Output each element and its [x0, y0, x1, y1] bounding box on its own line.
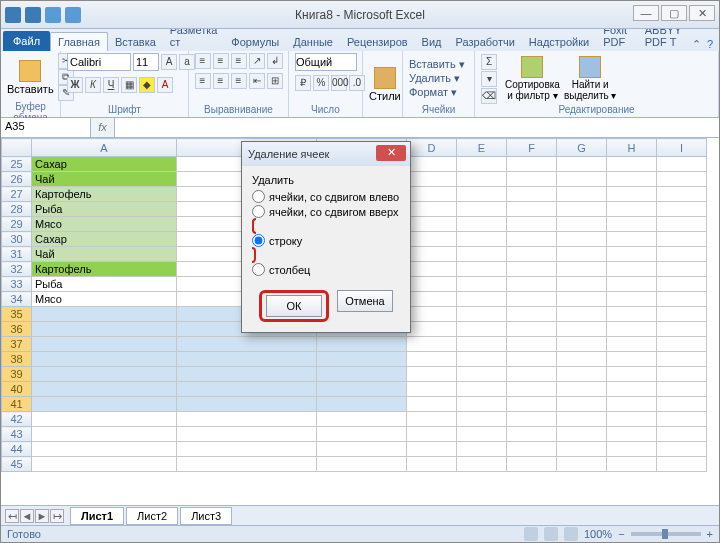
cell[interactable] [177, 352, 317, 367]
cell[interactable] [607, 307, 657, 322]
radio-row[interactable]: строку [252, 234, 400, 247]
cell[interactable] [457, 397, 507, 412]
cell[interactable] [557, 247, 607, 262]
clear-icon[interactable]: ⌫ [481, 88, 497, 104]
cell[interactable] [407, 337, 457, 352]
cell[interactable] [317, 382, 407, 397]
cell[interactable] [177, 367, 317, 382]
cell[interactable] [407, 307, 457, 322]
radio-row-input[interactable] [252, 234, 265, 247]
cell[interactable] [32, 397, 177, 412]
cell[interactable] [657, 172, 707, 187]
cell[interactable] [557, 382, 607, 397]
cell[interactable] [607, 232, 657, 247]
cell[interactable] [507, 157, 557, 172]
row-header-26[interactable]: 26 [2, 172, 32, 187]
row-header-35[interactable]: 35 [2, 307, 32, 322]
sheet-nav-next[interactable]: ► [35, 509, 49, 523]
cell[interactable] [607, 322, 657, 337]
cell[interactable] [557, 427, 607, 442]
view-normal-icon[interactable] [524, 527, 538, 541]
cell[interactable] [177, 457, 317, 472]
cell[interactable] [177, 412, 317, 427]
cell[interactable] [317, 397, 407, 412]
help-icon[interactable]: ? [707, 38, 713, 51]
cell[interactable] [607, 382, 657, 397]
cell[interactable] [32, 412, 177, 427]
tab-review[interactable]: Рецензиров [340, 33, 415, 51]
cell[interactable]: Сахар [32, 157, 177, 172]
fill-color-icon[interactable]: ◆ [139, 77, 155, 93]
cell[interactable] [607, 337, 657, 352]
dialog-titlebar[interactable]: Удаление ячеек ✕ [242, 142, 410, 166]
cell[interactable] [557, 157, 607, 172]
paste-button[interactable]: Вставить [7, 60, 54, 95]
autosum-icon[interactable]: Σ [481, 54, 497, 70]
col-header-F[interactable]: F [507, 139, 557, 157]
name-box[interactable]: A35 [1, 118, 91, 137]
cell[interactable] [407, 202, 457, 217]
col-header-G[interactable]: G [557, 139, 607, 157]
styles-button[interactable]: Стили [369, 67, 401, 102]
cell[interactable] [557, 352, 607, 367]
cell[interactable] [607, 262, 657, 277]
tab-home[interactable]: Главная [50, 32, 108, 51]
cell[interactable] [657, 427, 707, 442]
cell[interactable] [607, 202, 657, 217]
cell[interactable] [32, 307, 177, 322]
cell[interactable] [177, 442, 317, 457]
align-top-icon[interactable]: ≡ [195, 53, 211, 69]
row-header-41[interactable]: 41 [2, 397, 32, 412]
cell[interactable] [317, 337, 407, 352]
tab-addins[interactable]: Надстройки [522, 33, 596, 51]
cell[interactable] [607, 457, 657, 472]
cell[interactable] [317, 412, 407, 427]
row-header-40[interactable]: 40 [2, 382, 32, 397]
sort-filter-button[interactable]: Сортировка и фильтр ▾ [505, 56, 560, 101]
row-header-27[interactable]: 27 [2, 187, 32, 202]
sheet-nav-first[interactable]: ↤ [5, 509, 19, 523]
row-header-45[interactable]: 45 [2, 457, 32, 472]
minimize-ribbon-icon[interactable]: ⌃ [692, 38, 701, 51]
row-header-42[interactable]: 42 [2, 412, 32, 427]
cell[interactable] [657, 292, 707, 307]
cell[interactable] [507, 217, 557, 232]
cell[interactable]: Чай [32, 247, 177, 262]
cell[interactable] [407, 157, 457, 172]
cell[interactable] [557, 337, 607, 352]
align-mid-icon[interactable]: ≡ [213, 53, 229, 69]
cell[interactable] [657, 217, 707, 232]
zoom-slider[interactable] [631, 532, 701, 536]
cell[interactable] [557, 262, 607, 277]
radio-column-input[interactable] [252, 263, 265, 276]
cell[interactable] [657, 412, 707, 427]
cell[interactable] [407, 412, 457, 427]
cell[interactable] [607, 292, 657, 307]
cell[interactable] [557, 292, 607, 307]
cell[interactable] [407, 442, 457, 457]
cell[interactable] [507, 202, 557, 217]
cell[interactable] [607, 157, 657, 172]
cell[interactable] [557, 442, 607, 457]
col-header-H[interactable]: H [607, 139, 657, 157]
cell[interactable] [657, 187, 707, 202]
orientation-icon[interactable]: ↗ [249, 53, 265, 69]
zoom-out-button[interactable]: − [618, 528, 624, 540]
underline-button[interactable]: Ч [103, 77, 119, 93]
cell[interactable] [657, 367, 707, 382]
cell[interactable] [457, 457, 507, 472]
cell[interactable] [507, 277, 557, 292]
cell[interactable] [557, 457, 607, 472]
row-header-29[interactable]: 29 [2, 217, 32, 232]
row-header-32[interactable]: 32 [2, 262, 32, 277]
number-format-select[interactable] [295, 53, 357, 71]
align-left-icon[interactable]: ≡ [195, 73, 211, 89]
cell[interactable] [32, 457, 177, 472]
cell[interactable] [177, 427, 317, 442]
cell[interactable] [607, 367, 657, 382]
cell[interactable] [32, 322, 177, 337]
col-header-D[interactable]: D [407, 139, 457, 157]
cell[interactable] [317, 367, 407, 382]
cell[interactable] [317, 442, 407, 457]
cell[interactable] [557, 232, 607, 247]
